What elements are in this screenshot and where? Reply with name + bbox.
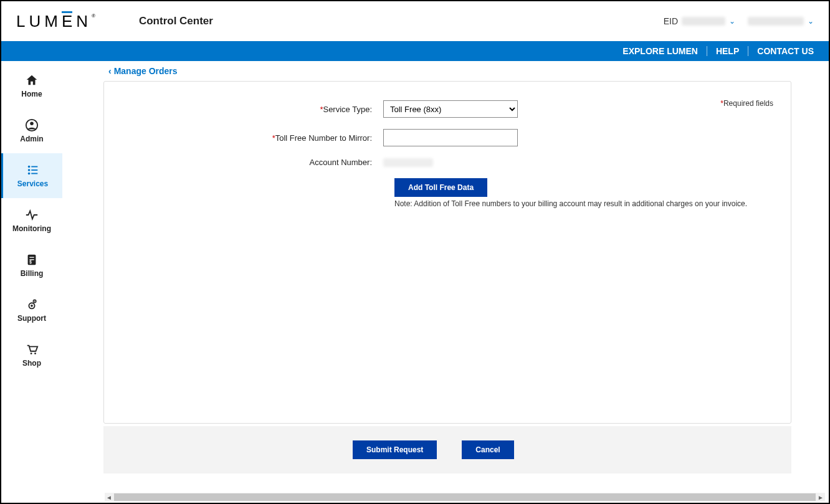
svg-point-6 [27, 173, 30, 175]
label-service-type: *Service Type: [122, 105, 383, 114]
svg-point-15 [34, 301, 36, 302]
help-link[interactable]: HELP [707, 46, 748, 56]
add-button-row: Add Toll Free Data Note: Addition of Tol… [122, 178, 773, 208]
svg-rect-3 [31, 166, 37, 168]
logo-part1: LUM [16, 12, 62, 31]
account-number-value-blurred [383, 158, 433, 167]
footer-action-bar: Submit Request Cancel [103, 426, 791, 473]
logo-trademark: ® [92, 13, 95, 19]
add-toll-free-data-button[interactable]: Add Toll Free Data [394, 178, 487, 197]
sidenav-item-monitoring[interactable]: Monitoring [1, 198, 62, 243]
svg-rect-7 [31, 173, 37, 174]
row-toll-free-number: *Toll Free Number to Mirror: [122, 129, 773, 146]
sidenav-label: Support [17, 314, 46, 323]
lumen-logo: LUMEN® [16, 12, 95, 31]
svg-point-1 [30, 122, 34, 126]
eid-dropdown[interactable]: EID ⌄ [664, 16, 735, 26]
logo-part3: N [76, 12, 92, 31]
explore-lumen-link[interactable]: EXPLORE LUMEN [614, 46, 707, 56]
label-account-number: Account Number: [122, 158, 383, 167]
list-icon [26, 163, 40, 177]
toll-free-note: Note: Addition of Toll Free numbers to y… [394, 199, 773, 208]
sidenav-item-support[interactable]: Support [1, 288, 62, 333]
sidenav-label: Monitoring [12, 224, 51, 233]
user-dropdown[interactable]: ⌄ [748, 17, 814, 26]
logo-part2: E [62, 12, 76, 31]
submit-request-button[interactable]: Submit Request [353, 440, 437, 459]
scroll-left-icon[interactable]: ◄ [105, 493, 113, 502]
svg-rect-9 [29, 257, 34, 257]
app-title: Control Center [139, 15, 213, 27]
svg-point-16 [31, 353, 32, 354]
chevron-down-icon: ⌄ [808, 17, 814, 26]
home-icon [25, 74, 39, 87]
label-toll-free-number: *Toll Free Number to Mirror: [122, 133, 383, 143]
sidenav-item-services[interactable]: Services [1, 153, 62, 198]
blue-nav-bar: EXPLORE LUMEN HELP CONTACT US [1, 41, 829, 61]
header-right: EID ⌄ ⌄ [664, 16, 814, 26]
sidenav-item-home[interactable]: Home [1, 64, 62, 108]
user-value-blurred [748, 17, 804, 26]
service-type-select[interactable]: Toll Free (8xx) [383, 100, 518, 118]
body-area: Home Admin Services Monitoring $ Billing… [1, 61, 829, 493]
sidenav-item-billing[interactable]: $ Billing [1, 243, 62, 288]
toll-free-number-input[interactable] [383, 129, 518, 146]
sidenav-item-admin[interactable]: Admin [1, 108, 62, 153]
sidenav-label: Services [17, 179, 48, 188]
svg-point-4 [27, 169, 30, 171]
chevron-left-icon: ‹ [108, 66, 112, 76]
chevron-down-icon: ⌄ [729, 17, 735, 26]
label-text: Account Number: [310, 158, 372, 167]
label-text: Service Type: [323, 105, 372, 114]
horizontal-scrollbar[interactable]: ◄ ► [105, 493, 825, 502]
eid-value-blurred [682, 17, 725, 26]
gear-icon [25, 298, 39, 311]
sidenav-label: Admin [20, 135, 43, 143]
cancel-button[interactable]: Cancel [462, 440, 513, 459]
scroll-right-icon[interactable]: ► [816, 493, 825, 502]
label-text: Toll Free Number to Mirror: [275, 133, 372, 143]
invoice-icon: $ [25, 253, 39, 267]
sidenav-label: Billing [21, 269, 44, 278]
cart-icon [25, 343, 39, 356]
side-nav: Home Admin Services Monitoring $ Billing… [1, 61, 62, 493]
required-fields-text: Required fields [723, 99, 773, 108]
sidenav-item-shop[interactable]: Shop [1, 333, 62, 378]
svg-text:$: $ [29, 260, 32, 265]
user-icon [25, 118, 39, 132]
contact-us-link[interactable]: CONTACT US [748, 46, 814, 56]
header: LUMEN® Control Center EID ⌄ ⌄ [1, 1, 829, 41]
sidenav-label: Shop [22, 359, 41, 368]
pulse-icon [25, 208, 39, 222]
row-service-type: *Service Type: Toll Free (8xx) [122, 100, 773, 118]
required-fields-note: *Required fields [720, 99, 773, 108]
svg-rect-5 [31, 169, 37, 171]
form-panel: *Required fields *Service Type: Toll Fre… [103, 81, 791, 424]
main-content: ‹ Manage Orders *Required fields *Servic… [62, 61, 829, 493]
eid-label: EID [664, 16, 678, 26]
svg-point-17 [34, 353, 36, 354]
breadcrumb-label: Manage Orders [114, 66, 178, 76]
svg-point-2 [27, 166, 30, 168]
row-account-number: Account Number: [122, 158, 773, 167]
scroll-thumb[interactable] [114, 493, 816, 501]
breadcrumb-manage-orders[interactable]: ‹ Manage Orders [103, 61, 791, 81]
svg-point-13 [31, 305, 33, 307]
sidenav-label: Home [21, 90, 42, 98]
